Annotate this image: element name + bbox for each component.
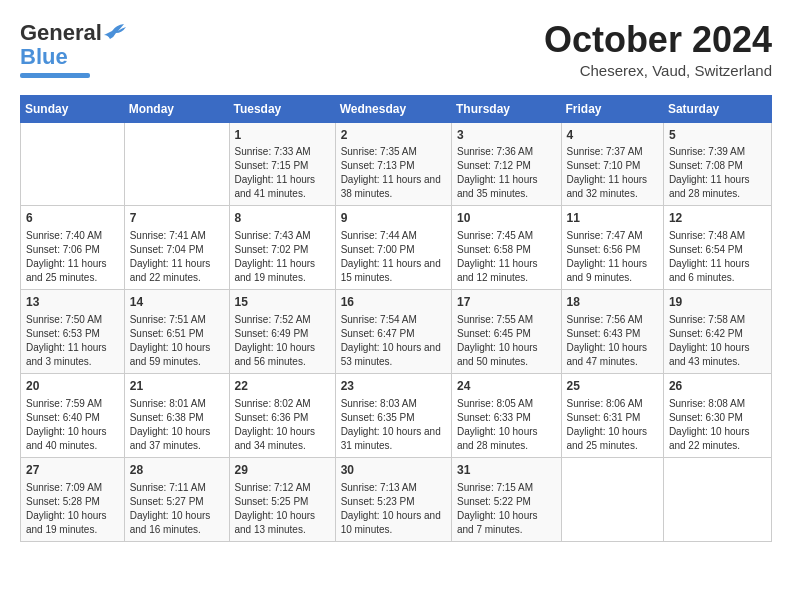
- day-info: Sunrise: 7:47 AM Sunset: 6:56 PM Dayligh…: [567, 229, 658, 285]
- day-info: Sunrise: 7:43 AM Sunset: 7:02 PM Dayligh…: [235, 229, 330, 285]
- calendar-cell: 11Sunrise: 7:47 AM Sunset: 6:56 PM Dayli…: [561, 206, 663, 290]
- calendar-cell: 30Sunrise: 7:13 AM Sunset: 5:23 PM Dayli…: [335, 457, 451, 541]
- calendar-cell: 4Sunrise: 7:37 AM Sunset: 7:10 PM Daylig…: [561, 122, 663, 206]
- calendar-cell: 17Sunrise: 7:55 AM Sunset: 6:45 PM Dayli…: [451, 290, 561, 374]
- day-info: Sunrise: 7:55 AM Sunset: 6:45 PM Dayligh…: [457, 313, 556, 369]
- page-header: General Blue October 2024 Cheserex, Vaud…: [20, 20, 772, 79]
- day-info: Sunrise: 7:45 AM Sunset: 6:58 PM Dayligh…: [457, 229, 556, 285]
- calendar-cell: 24Sunrise: 8:05 AM Sunset: 6:33 PM Dayli…: [451, 373, 561, 457]
- week-row-2: 13Sunrise: 7:50 AM Sunset: 6:53 PM Dayli…: [21, 290, 772, 374]
- day-number: 2: [341, 127, 446, 144]
- calendar-cell: 2Sunrise: 7:35 AM Sunset: 7:13 PM Daylig…: [335, 122, 451, 206]
- calendar-cell: 20Sunrise: 7:59 AM Sunset: 6:40 PM Dayli…: [21, 373, 125, 457]
- day-info: Sunrise: 8:05 AM Sunset: 6:33 PM Dayligh…: [457, 397, 556, 453]
- day-info: Sunrise: 7:36 AM Sunset: 7:12 PM Dayligh…: [457, 145, 556, 201]
- day-info: Sunrise: 7:13 AM Sunset: 5:23 PM Dayligh…: [341, 481, 446, 537]
- day-number: 31: [457, 462, 556, 479]
- day-number: 27: [26, 462, 119, 479]
- calendar-cell: 6Sunrise: 7:40 AM Sunset: 7:06 PM Daylig…: [21, 206, 125, 290]
- day-info: Sunrise: 7:58 AM Sunset: 6:42 PM Dayligh…: [669, 313, 766, 369]
- day-info: Sunrise: 7:54 AM Sunset: 6:47 PM Dayligh…: [341, 313, 446, 369]
- day-info: Sunrise: 8:08 AM Sunset: 6:30 PM Dayligh…: [669, 397, 766, 453]
- calendar-cell: 23Sunrise: 8:03 AM Sunset: 6:35 PM Dayli…: [335, 373, 451, 457]
- logo-general-text: General: [20, 20, 102, 46]
- day-info: Sunrise: 7:11 AM Sunset: 5:27 PM Dayligh…: [130, 481, 224, 537]
- calendar-cell: 7Sunrise: 7:41 AM Sunset: 7:04 PM Daylig…: [124, 206, 229, 290]
- day-number: 18: [567, 294, 658, 311]
- day-number: 23: [341, 378, 446, 395]
- day-info: Sunrise: 7:48 AM Sunset: 6:54 PM Dayligh…: [669, 229, 766, 285]
- calendar-cell: 21Sunrise: 8:01 AM Sunset: 6:38 PM Dayli…: [124, 373, 229, 457]
- day-info: Sunrise: 7:56 AM Sunset: 6:43 PM Dayligh…: [567, 313, 658, 369]
- day-info: Sunrise: 7:39 AM Sunset: 7:08 PM Dayligh…: [669, 145, 766, 201]
- day-info: Sunrise: 7:51 AM Sunset: 6:51 PM Dayligh…: [130, 313, 224, 369]
- calendar-cell: [663, 457, 771, 541]
- week-row-3: 20Sunrise: 7:59 AM Sunset: 6:40 PM Dayli…: [21, 373, 772, 457]
- day-number: 15: [235, 294, 330, 311]
- day-header-tuesday: Tuesday: [229, 95, 335, 122]
- day-number: 13: [26, 294, 119, 311]
- day-info: Sunrise: 7:40 AM Sunset: 7:06 PM Dayligh…: [26, 229, 119, 285]
- day-info: Sunrise: 7:09 AM Sunset: 5:28 PM Dayligh…: [26, 481, 119, 537]
- day-info: Sunrise: 8:03 AM Sunset: 6:35 PM Dayligh…: [341, 397, 446, 453]
- calendar-cell: 28Sunrise: 7:11 AM Sunset: 5:27 PM Dayli…: [124, 457, 229, 541]
- day-number: 12: [669, 210, 766, 227]
- logo-bird-icon: [104, 23, 126, 39]
- logo-bar: [20, 73, 90, 78]
- day-header-thursday: Thursday: [451, 95, 561, 122]
- location-title: Cheserex, Vaud, Switzerland: [544, 62, 772, 79]
- day-header-saturday: Saturday: [663, 95, 771, 122]
- calendar-cell: 18Sunrise: 7:56 AM Sunset: 6:43 PM Dayli…: [561, 290, 663, 374]
- day-header-friday: Friday: [561, 95, 663, 122]
- day-number: 6: [26, 210, 119, 227]
- day-number: 19: [669, 294, 766, 311]
- calendar-cell: 22Sunrise: 8:02 AM Sunset: 6:36 PM Dayli…: [229, 373, 335, 457]
- calendar-cell: 10Sunrise: 7:45 AM Sunset: 6:58 PM Dayli…: [451, 206, 561, 290]
- calendar-cell: 29Sunrise: 7:12 AM Sunset: 5:25 PM Dayli…: [229, 457, 335, 541]
- logo: General Blue: [20, 20, 126, 78]
- day-number: 14: [130, 294, 224, 311]
- day-info: Sunrise: 7:37 AM Sunset: 7:10 PM Dayligh…: [567, 145, 658, 201]
- calendar-cell: 3Sunrise: 7:36 AM Sunset: 7:12 PM Daylig…: [451, 122, 561, 206]
- day-number: 1: [235, 127, 330, 144]
- day-header-monday: Monday: [124, 95, 229, 122]
- day-number: 28: [130, 462, 224, 479]
- day-header-sunday: Sunday: [21, 95, 125, 122]
- calendar-cell: 9Sunrise: 7:44 AM Sunset: 7:00 PM Daylig…: [335, 206, 451, 290]
- day-number: 9: [341, 210, 446, 227]
- day-number: 26: [669, 378, 766, 395]
- calendar-cell: 19Sunrise: 7:58 AM Sunset: 6:42 PM Dayli…: [663, 290, 771, 374]
- day-number: 22: [235, 378, 330, 395]
- calendar-cell: [124, 122, 229, 206]
- calendar-table: SundayMondayTuesdayWednesdayThursdayFrid…: [20, 95, 772, 542]
- day-number: 5: [669, 127, 766, 144]
- day-number: 21: [130, 378, 224, 395]
- day-info: Sunrise: 7:44 AM Sunset: 7:00 PM Dayligh…: [341, 229, 446, 285]
- week-row-4: 27Sunrise: 7:09 AM Sunset: 5:28 PM Dayli…: [21, 457, 772, 541]
- day-info: Sunrise: 7:12 AM Sunset: 5:25 PM Dayligh…: [235, 481, 330, 537]
- logo-blue-text: Blue: [20, 44, 68, 70]
- calendar-header-row: SundayMondayTuesdayWednesdayThursdayFrid…: [21, 95, 772, 122]
- day-info: Sunrise: 7:41 AM Sunset: 7:04 PM Dayligh…: [130, 229, 224, 285]
- day-info: Sunrise: 8:01 AM Sunset: 6:38 PM Dayligh…: [130, 397, 224, 453]
- calendar-cell: 31Sunrise: 7:15 AM Sunset: 5:22 PM Dayli…: [451, 457, 561, 541]
- calendar-body: 1Sunrise: 7:33 AM Sunset: 7:15 PM Daylig…: [21, 122, 772, 541]
- calendar-cell: 26Sunrise: 8:08 AM Sunset: 6:30 PM Dayli…: [663, 373, 771, 457]
- day-header-wednesday: Wednesday: [335, 95, 451, 122]
- calendar-cell: 5Sunrise: 7:39 AM Sunset: 7:08 PM Daylig…: [663, 122, 771, 206]
- month-title: October 2024: [544, 20, 772, 60]
- day-number: 24: [457, 378, 556, 395]
- week-row-1: 6Sunrise: 7:40 AM Sunset: 7:06 PM Daylig…: [21, 206, 772, 290]
- title-block: October 2024 Cheserex, Vaud, Switzerland: [544, 20, 772, 79]
- day-info: Sunrise: 8:02 AM Sunset: 6:36 PM Dayligh…: [235, 397, 330, 453]
- calendar-cell: 12Sunrise: 7:48 AM Sunset: 6:54 PM Dayli…: [663, 206, 771, 290]
- day-number: 25: [567, 378, 658, 395]
- day-info: Sunrise: 7:15 AM Sunset: 5:22 PM Dayligh…: [457, 481, 556, 537]
- day-number: 17: [457, 294, 556, 311]
- day-number: 4: [567, 127, 658, 144]
- day-info: Sunrise: 7:50 AM Sunset: 6:53 PM Dayligh…: [26, 313, 119, 369]
- calendar-cell: 15Sunrise: 7:52 AM Sunset: 6:49 PM Dayli…: [229, 290, 335, 374]
- day-info: Sunrise: 7:52 AM Sunset: 6:49 PM Dayligh…: [235, 313, 330, 369]
- day-number: 3: [457, 127, 556, 144]
- calendar-cell: [21, 122, 125, 206]
